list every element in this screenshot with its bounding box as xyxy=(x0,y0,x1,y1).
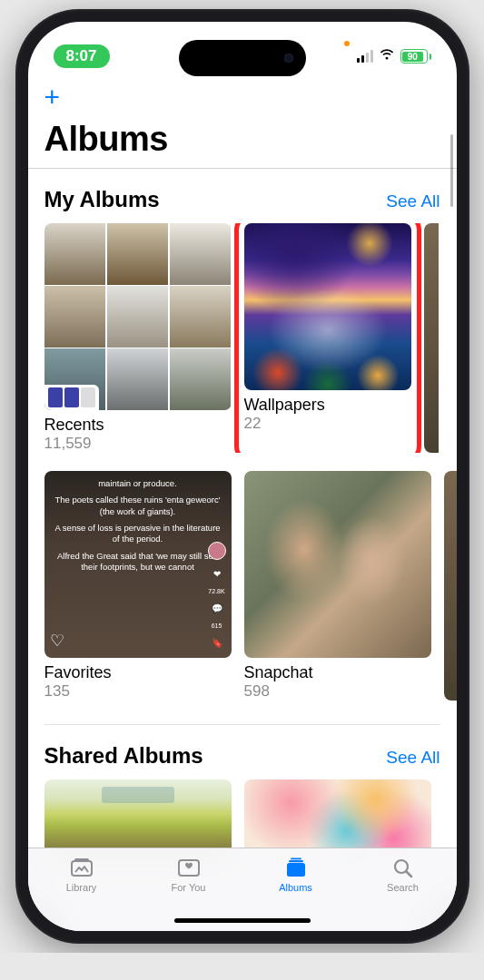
for-you-icon xyxy=(175,856,202,879)
bookmark-icon: 🔖 xyxy=(212,638,222,648)
tab-label: For You xyxy=(172,882,206,893)
wifi-icon xyxy=(379,48,395,64)
svg-line-7 xyxy=(406,872,411,877)
mic-indicator-dot xyxy=(344,41,350,46)
title-row: Albums xyxy=(28,113,457,169)
favorite-heart-icon: ♡ xyxy=(50,631,64,651)
tab-bar: Library For You Albums xyxy=(28,848,457,931)
search-icon xyxy=(390,856,417,879)
shared-album-row[interactable] xyxy=(28,779,457,858)
tab-label: Search xyxy=(387,882,419,893)
save-count: 10.9K xyxy=(208,657,224,658)
album-name: Snapchat xyxy=(244,663,431,682)
avatar-icon xyxy=(208,542,226,560)
album-thumb-wallpapers[interactable] xyxy=(244,223,411,390)
album-count: 135 xyxy=(44,682,232,701)
scrollbar[interactable] xyxy=(450,134,453,207)
album-count: 22 xyxy=(244,415,411,433)
album-wallpapers[interactable]: Wallpapers 22 xyxy=(234,223,421,453)
album-row-1[interactable]: Recents 11,559 Wallpapers 22 xyxy=(28,223,457,453)
status-right: 90 xyxy=(357,48,431,64)
see-all-shared-albums[interactable]: See All xyxy=(386,748,440,768)
add-album-button[interactable]: + xyxy=(44,83,440,111)
comment-count: 615 xyxy=(212,622,222,629)
tiktok-caption: maintain or produce. xyxy=(54,478,222,489)
iphone-frame: 8:07 90 + Albums My xyxy=(15,9,469,944)
shared-album-1[interactable] xyxy=(44,779,232,858)
tiktok-caption: Alfred the Great said that 'we may still… xyxy=(54,551,222,573)
section-header-my-albums: My Albums See All xyxy=(28,169,457,223)
album-count: 11,559 xyxy=(44,435,232,453)
album-snapchat[interactable]: Snapchat 598 xyxy=(244,471,431,701)
albums-icon xyxy=(282,856,310,879)
status-time-pill[interactable]: 8:07 xyxy=(54,44,110,68)
home-indicator[interactable] xyxy=(174,918,311,923)
album-count: 598 xyxy=(244,682,431,701)
album-row-2[interactable]: maintain or produce. The poets called th… xyxy=(28,471,457,701)
svg-rect-1 xyxy=(74,858,89,861)
tiktok-caption: The poets called these ruins 'enta geweo… xyxy=(54,495,222,517)
tab-library[interactable]: Library xyxy=(28,848,135,931)
like-count: 72.8K xyxy=(208,588,224,594)
album-thumb-recents[interactable] xyxy=(44,223,232,410)
tab-label: Albums xyxy=(279,882,312,893)
album-peek[interactable] xyxy=(444,471,457,701)
svg-rect-4 xyxy=(289,860,303,862)
tab-search[interactable]: Search xyxy=(350,848,457,931)
section-title: Shared Albums xyxy=(44,743,203,769)
page-title: Albums xyxy=(44,120,440,159)
tiktok-sidebar: ❤ 72.8K 💬 615 🔖 10.9K xyxy=(208,542,226,658)
tab-label: Library xyxy=(66,882,97,893)
dynamic-island xyxy=(179,40,306,76)
svg-rect-3 xyxy=(287,863,305,877)
battery-icon: 90 xyxy=(400,49,431,64)
album-name: Wallpapers xyxy=(244,396,411,415)
section-title: My Albums xyxy=(44,187,160,212)
album-recents[interactable]: Recents 11,559 xyxy=(44,223,232,453)
nav-bar: + xyxy=(28,78,457,113)
shared-album-2[interactable] xyxy=(244,779,431,858)
album-name: Recents xyxy=(44,416,232,435)
svg-rect-0 xyxy=(72,861,92,876)
cellular-signal-icon xyxy=(357,50,373,63)
section-header-shared-albums: Shared Albums See All xyxy=(28,725,457,779)
tiktok-caption: A sense of loss is pervasive in the lite… xyxy=(54,523,222,545)
album-thumb-favorites[interactable]: maintain or produce. The poets called th… xyxy=(44,471,232,658)
album-favorites[interactable]: maintain or produce. The poets called th… xyxy=(44,471,232,701)
comment-icon: 💬 xyxy=(212,603,222,613)
album-thumb-snapchat[interactable] xyxy=(244,471,431,658)
heart-icon: ❤ xyxy=(213,569,221,579)
svg-rect-5 xyxy=(291,858,301,859)
screen: 8:07 90 + Albums My xyxy=(28,22,457,931)
widget-strip-icon xyxy=(44,385,99,410)
library-icon xyxy=(68,856,95,879)
album-name: Favorites xyxy=(44,663,232,682)
album-peek[interactable] xyxy=(424,223,439,453)
see-all-my-albums[interactable]: See All xyxy=(386,191,440,211)
